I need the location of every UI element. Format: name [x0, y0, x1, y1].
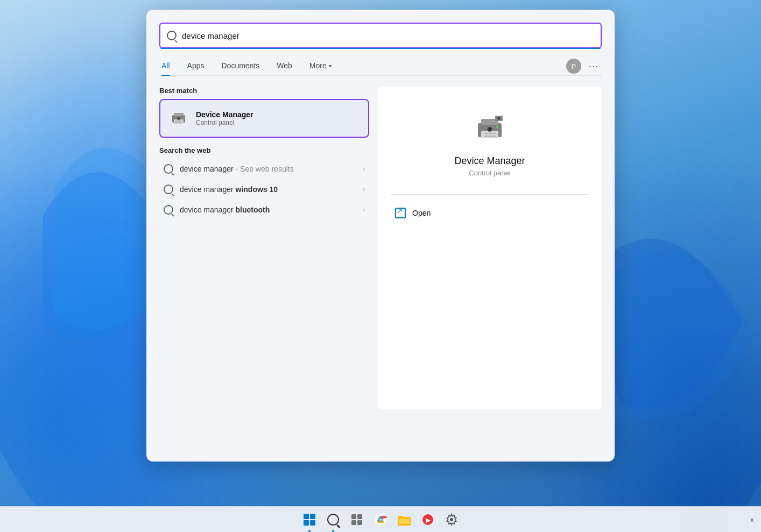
svg-point-34 — [450, 518, 453, 521]
web-search-text-2: device manager windows 10 — [180, 185, 356, 194]
web-search-text-3: device manager bluetooth — [180, 205, 356, 214]
file-explorer-button[interactable] — [393, 509, 415, 530]
taskbar: ▶ ∧ — [0, 506, 761, 532]
chrome-icon — [374, 513, 387, 526]
main-content: Best match — [159, 87, 602, 409]
mail-button[interactable]: ▶ — [417, 509, 439, 530]
right-panel: Device Manager Control panel Open — [378, 87, 602, 409]
tab-web[interactable]: Web — [268, 57, 301, 75]
svg-rect-13 — [484, 133, 496, 134]
right-panel-icon — [473, 110, 507, 147]
svg-point-9 — [178, 118, 180, 119]
start-button[interactable] — [299, 509, 320, 530]
svg-point-28 — [379, 519, 382, 521]
best-match-subtitle: Control panel — [196, 119, 360, 126]
svg-rect-3 — [174, 113, 184, 116]
web-search-item-1[interactable]: device manager - See web results › — [159, 159, 369, 179]
chevron-down-icon: ▾ — [329, 63, 332, 69]
open-icon — [395, 208, 406, 218]
best-match-item[interactable]: Device Manager Control panel — [159, 99, 369, 138]
file-explorer-icon — [398, 514, 411, 526]
mail-icon: ▶ — [421, 514, 434, 526]
left-panel: Best match — [159, 87, 369, 409]
system-tray-chevron[interactable]: ∧ — [750, 515, 755, 524]
windows-logo-icon — [304, 514, 315, 526]
search-tabs: All Apps Documents Web More ▾ P ··· — [159, 57, 602, 76]
svg-rect-6 — [175, 122, 182, 123]
best-match-text: Device Manager Control panel — [196, 110, 360, 126]
task-view-button[interactable] — [346, 509, 368, 530]
search-icon — [167, 31, 177, 40]
settings-icon — [445, 513, 458, 526]
tab-all[interactable]: All — [159, 57, 179, 75]
web-search-list: device manager - See web results › devic… — [159, 159, 369, 220]
start-dot — [308, 530, 311, 532]
svg-rect-14 — [484, 136, 496, 137]
web-search-item-2[interactable]: device manager windows 10 › — [159, 179, 369, 200]
open-label: Open — [412, 209, 431, 217]
right-panel-title: Device Manager — [454, 155, 525, 167]
best-match-title: Device Manager — [196, 110, 360, 119]
right-panel-subtitle: Control panel — [469, 169, 510, 177]
svg-rect-31 — [399, 519, 410, 524]
settings-button[interactable] — [441, 509, 462, 530]
open-action[interactable]: Open — [391, 201, 589, 225]
svg-rect-21 — [351, 514, 356, 519]
web-search-icon-2 — [164, 185, 173, 194]
task-view-icon — [351, 514, 363, 526]
chevron-right-icon-3: › — [363, 206, 365, 214]
svg-point-20 — [498, 118, 500, 119]
svg-rect-5 — [175, 120, 182, 122]
svg-rect-24 — [357, 520, 362, 525]
chrome-button[interactable] — [370, 509, 391, 530]
avatar[interactable]: P — [566, 59, 581, 74]
search-dot — [332, 530, 334, 532]
tab-apps[interactable]: Apps — [179, 57, 213, 75]
web-search-icon-3 — [164, 205, 173, 215]
web-search-item-3[interactable]: device manager bluetooth › — [159, 200, 369, 220]
svg-point-17 — [489, 128, 491, 131]
web-search-label: Search the web — [159, 146, 369, 154]
divider — [391, 194, 589, 195]
tab-documents[interactable]: Documents — [213, 57, 268, 75]
taskbar-search-button[interactable] — [322, 509, 344, 530]
search-input-container[interactable]: device manager — [159, 23, 602, 48]
chevron-right-icon-1: › — [363, 165, 365, 173]
tab-more[interactable]: More ▾ — [301, 57, 340, 75]
web-search-icon-1 — [164, 164, 173, 174]
svg-rect-30 — [398, 516, 403, 518]
device-manager-icon — [169, 108, 188, 129]
svg-rect-23 — [351, 520, 356, 525]
more-options-button[interactable]: ··· — [586, 59, 602, 74]
search-input[interactable]: device manager — [182, 31, 594, 40]
best-match-label: Best match — [159, 87, 369, 95]
search-panel: device manager All Apps Documents Web Mo… — [146, 10, 615, 462]
svg-point-15 — [496, 126, 499, 129]
web-search-text-1: device manager - See web results — [180, 165, 356, 173]
svg-rect-22 — [357, 514, 362, 519]
svg-point-7 — [182, 117, 184, 118]
chevron-right-icon-2: › — [363, 186, 365, 193]
taskbar-search-icon — [327, 514, 339, 526]
